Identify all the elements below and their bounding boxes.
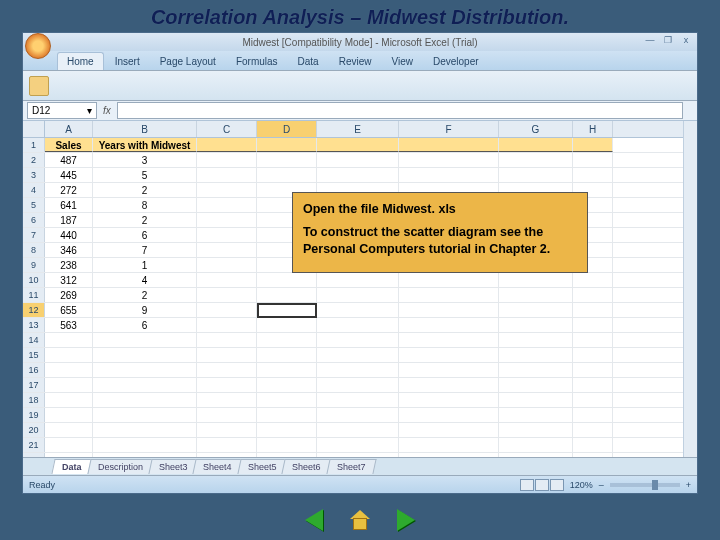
cell-H19[interactable] xyxy=(573,408,613,422)
cell-H18[interactable] xyxy=(573,393,613,407)
cell-F10[interactable] xyxy=(399,273,499,287)
cell-A20[interactable] xyxy=(45,423,93,437)
sheet-tab-description[interactable]: Description xyxy=(87,459,153,474)
name-box-dropdown-icon[interactable]: ▾ xyxy=(87,105,92,116)
zoom-slider[interactable] xyxy=(610,483,680,487)
cell-G10[interactable] xyxy=(499,273,573,287)
cell-G13[interactable] xyxy=(499,318,573,332)
cell-E16[interactable] xyxy=(317,363,399,377)
cell-H2[interactable] xyxy=(573,153,613,167)
sheet-tab-sheet5[interactable]: Sheet5 xyxy=(237,459,287,474)
cell-H17[interactable] xyxy=(573,378,613,392)
cell-F3[interactable] xyxy=(399,168,499,182)
sheet-tab-data[interactable]: Data xyxy=(51,459,92,474)
cell-A14[interactable] xyxy=(45,333,93,347)
cell-A5[interactable]: 641 xyxy=(45,198,93,212)
cell-B2[interactable]: 3 xyxy=(93,153,197,167)
cell-B22[interactable] xyxy=(93,453,197,457)
ribbon-tab-formulas[interactable]: Formulas xyxy=(227,53,287,70)
cell-G20[interactable] xyxy=(499,423,573,437)
cell-H20[interactable] xyxy=(573,423,613,437)
column-header-F[interactable]: F xyxy=(399,121,499,137)
cell-D14[interactable] xyxy=(257,333,317,347)
name-box[interactable]: D12 ▾ xyxy=(27,102,97,119)
cell-E17[interactable] xyxy=(317,378,399,392)
cell-C19[interactable] xyxy=(197,408,257,422)
cell-D16[interactable] xyxy=(257,363,317,377)
column-header-G[interactable]: G xyxy=(499,121,573,137)
cell-A8[interactable]: 346 xyxy=(45,243,93,257)
cell-F18[interactable] xyxy=(399,393,499,407)
row-header[interactable]: 12 xyxy=(23,303,45,317)
cell-A9[interactable]: 238 xyxy=(45,258,93,272)
cell-D17[interactable] xyxy=(257,378,317,392)
cell-H16[interactable] xyxy=(573,363,613,377)
row-header[interactable]: 1 xyxy=(23,138,45,152)
row-header[interactable]: 10 xyxy=(23,273,45,287)
ribbon-tab-insert[interactable]: Insert xyxy=(106,53,149,70)
sheet-tab-sheet7[interactable]: Sheet7 xyxy=(326,459,376,474)
cell-B16[interactable] xyxy=(93,363,197,377)
cell-G12[interactable] xyxy=(499,303,573,317)
cell-B15[interactable] xyxy=(93,348,197,362)
cell-C18[interactable] xyxy=(197,393,257,407)
cell-F15[interactable] xyxy=(399,348,499,362)
cell-C8[interactable] xyxy=(197,243,257,257)
cell-C17[interactable] xyxy=(197,378,257,392)
row-header[interactable]: 17 xyxy=(23,378,45,392)
row-header[interactable]: 8 xyxy=(23,243,45,257)
cell-H22[interactable] xyxy=(573,453,613,457)
cell-E11[interactable] xyxy=(317,288,399,302)
cell-B14[interactable] xyxy=(93,333,197,347)
cell-C13[interactable] xyxy=(197,318,257,332)
ribbon-tab-developer[interactable]: Developer xyxy=(424,53,488,70)
cell-B4[interactable]: 2 xyxy=(93,183,197,197)
cell-F21[interactable] xyxy=(399,438,499,452)
cell-E14[interactable] xyxy=(317,333,399,347)
cell-B7[interactable]: 6 xyxy=(93,228,197,242)
cell-D18[interactable] xyxy=(257,393,317,407)
cell-C6[interactable] xyxy=(197,213,257,227)
cell-H15[interactable] xyxy=(573,348,613,362)
row-header[interactable]: 22 xyxy=(23,453,45,457)
sheet-tab-sheet6[interactable]: Sheet6 xyxy=(282,459,332,474)
cell-D22[interactable] xyxy=(257,453,317,457)
cell-G1[interactable] xyxy=(499,138,573,152)
cell-G11[interactable] xyxy=(499,288,573,302)
row-header[interactable]: 4 xyxy=(23,183,45,197)
cell-G14[interactable] xyxy=(499,333,573,347)
cell-C1[interactable] xyxy=(197,138,257,152)
cell-F2[interactable] xyxy=(399,153,499,167)
row-header[interactable]: 15 xyxy=(23,348,45,362)
cell-B6[interactable]: 2 xyxy=(93,213,197,227)
cell-H14[interactable] xyxy=(573,333,613,347)
cell-H21[interactable] xyxy=(573,438,613,452)
row-header[interactable]: 16 xyxy=(23,363,45,377)
row-header[interactable]: 2 xyxy=(23,153,45,167)
select-all-corner[interactable] xyxy=(23,121,45,138)
cell-C21[interactable] xyxy=(197,438,257,452)
cell-G16[interactable] xyxy=(499,363,573,377)
column-header-H[interactable]: H xyxy=(573,121,613,137)
cell-F11[interactable] xyxy=(399,288,499,302)
cell-E21[interactable] xyxy=(317,438,399,452)
cell-A4[interactable]: 272 xyxy=(45,183,93,197)
cell-H3[interactable] xyxy=(573,168,613,182)
home-button[interactable] xyxy=(346,508,374,532)
cell-C22[interactable] xyxy=(197,453,257,457)
cell-G21[interactable] xyxy=(499,438,573,452)
vertical-scrollbar[interactable] xyxy=(683,121,697,457)
cell-E22[interactable] xyxy=(317,453,399,457)
ribbon-tab-data[interactable]: Data xyxy=(289,53,328,70)
cell-C9[interactable] xyxy=(197,258,257,272)
cell-E2[interactable] xyxy=(317,153,399,167)
zoom-out-button[interactable]: – xyxy=(599,480,604,490)
cell-G3[interactable] xyxy=(499,168,573,182)
cell-E10[interactable] xyxy=(317,273,399,287)
row-header[interactable]: 3 xyxy=(23,168,45,182)
cell-A17[interactable] xyxy=(45,378,93,392)
cell-B3[interactable]: 5 xyxy=(93,168,197,182)
cell-A19[interactable] xyxy=(45,408,93,422)
cell-C20[interactable] xyxy=(197,423,257,437)
row-header[interactable]: 14 xyxy=(23,333,45,347)
